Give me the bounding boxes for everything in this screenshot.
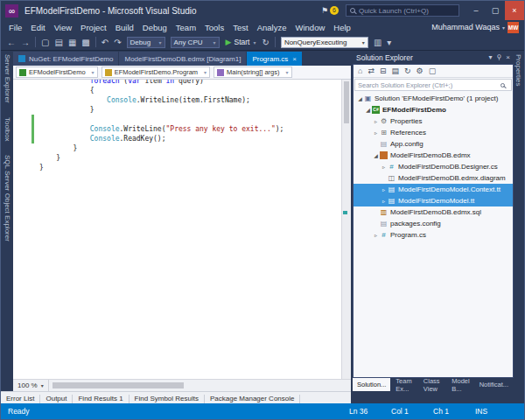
zoom-dropdown[interactable]: 100 % ▾ [13, 380, 49, 391]
code-line[interactable]: } [13, 144, 351, 153]
horizontal-scrollbar[interactable] [49, 380, 351, 391]
menu-edit[interactable]: Edit [26, 21, 49, 34]
tool-tab-server-explorer[interactable]: Server Explorer [4, 54, 11, 103]
forward-icon[interactable]: → [18, 38, 32, 47]
panel-tab-find-results-1[interactable]: Find Results 1 [73, 395, 129, 403]
menu-help[interactable]: Help [329, 21, 355, 34]
menu-team[interactable]: Team [172, 21, 200, 34]
chevron-down-icon[interactable]: ▾ [488, 53, 492, 61]
notification-count-badge[interactable]: 6 [330, 6, 339, 15]
sql-event-combo[interactable]: NonQueryExecuting▾ [281, 37, 368, 48]
home-icon[interactable]: ⌂ [358, 65, 362, 78]
switch-views-icon[interactable]: ⇄ [368, 65, 374, 78]
close-icon[interactable]: × [506, 53, 510, 61]
open-file-icon[interactable]: ▤ [52, 38, 65, 47]
redo-icon[interactable]: ↷ [111, 38, 123, 47]
tree-item[interactable]: ▹⊞References [354, 127, 513, 138]
code-line[interactable]: Console.WriteLine(item.FirstName); [13, 95, 351, 105]
vertical-scrollbar[interactable] [341, 80, 351, 379]
database-icon[interactable]: ▥ [371, 38, 384, 47]
code-line[interactable] [13, 115, 351, 124]
pin-icon[interactable]: ⚲ [496, 53, 501, 61]
scrollbar-thumb[interactable] [52, 382, 184, 388]
minimize-button[interactable]: ‒ [466, 1, 486, 20]
panel-tab[interactable]: Class View [419, 378, 446, 391]
tree-item[interactable]: ◢ModelFirstDemoDB.edmx [354, 150, 513, 161]
panel-tab[interactable]: Solution... [353, 378, 390, 391]
doc-tab[interactable]: NuGet: EFModelFirstDemo [13, 52, 118, 66]
tree-item[interactable]: ▤App.config [354, 138, 513, 150]
maximize-button[interactable]: ▢ [486, 1, 505, 20]
type-dropdown[interactable]: EFModelFirstDemo.Program ▾ [102, 66, 210, 78]
menu-window[interactable]: Window [290, 21, 329, 34]
tree-item[interactable]: ▹▤ModelFirstDemoModel.tt [354, 195, 513, 206]
code-line[interactable]: Console.WriteLine("Press any key to exit… [13, 124, 351, 134]
member-dropdown[interactable]: Main(string[] args) ▾ [214, 66, 291, 78]
expanded-arrow-icon[interactable]: ◢ [364, 107, 372, 113]
collapsed-arrow-icon[interactable]: ▹ [380, 198, 388, 204]
tree-item[interactable]: ▹#ModelFirstDemoDB.Designer.cs [354, 161, 513, 172]
toolbar-options-icon[interactable]: ▾ [384, 38, 394, 47]
collapsed-arrow-icon[interactable]: ▹ [380, 186, 388, 192]
scrollbar-thumb[interactable] [344, 81, 349, 123]
collapsed-arrow-icon[interactable]: ▹ [372, 232, 380, 238]
tree-item[interactable]: ◢C#EFModelFirstDemo [354, 104, 513, 116]
menu-build[interactable]: Build [111, 21, 138, 34]
tool-tab-toolbox[interactable]: Toolbox [4, 117, 11, 142]
save-icon[interactable]: ▦ [66, 38, 79, 47]
menu-tools[interactable]: Tools [200, 21, 228, 34]
save-all-icon[interactable]: ▩ [79, 38, 92, 47]
new-file-icon[interactable]: ▢ [38, 38, 52, 47]
tool-tab-sql-server-object-explorer[interactable]: SQL Server Object Explorer [4, 155, 11, 242]
panel-tab[interactable]: Model B... [447, 378, 473, 391]
avatar[interactable]: MW [508, 22, 519, 33]
collapsed-arrow-icon[interactable]: ▹ [372, 130, 380, 136]
tree-item[interactable]: ▤packages.config [354, 218, 513, 229]
project-dropdown[interactable]: EFModelFirstDemo ▾ [16, 66, 98, 78]
menu-test[interactable]: Test [228, 21, 252, 34]
code-line[interactable]: } [13, 105, 351, 115]
tree-item[interactable]: ▹⚙Properties [354, 116, 513, 127]
close-button[interactable]: × [505, 1, 524, 20]
code-line[interactable]: { [13, 86, 351, 95]
quick-launch-input[interactable]: Quick Launch (Ctrl+Q) [346, 4, 459, 17]
panel-tab-output[interactable]: Output [40, 395, 73, 403]
doc-tab[interactable]: Program.cs× [247, 52, 302, 66]
panel-tab-error-list[interactable]: Error List [1, 395, 40, 403]
properties-icon[interactable]: ⚙ [416, 65, 424, 78]
close-icon[interactable]: × [292, 55, 297, 63]
show-all-files-icon[interactable]: ▤ [392, 65, 400, 78]
tree-item[interactable]: ▹▤ModelFirstDemoModel.Context.tt [354, 184, 513, 195]
back-icon[interactable]: ← [4, 38, 18, 47]
menu-view[interactable]: View [50, 21, 76, 34]
panel-tab[interactable]: Notificat... [475, 378, 513, 391]
platform-combo[interactable]: Any CPU▾ [171, 37, 220, 48]
panel-tab-package-manager-console[interactable]: Package Manager Console [205, 395, 301, 403]
expanded-arrow-icon[interactable]: ◢ [372, 152, 380, 158]
collapsed-arrow-icon[interactable]: ▹ [372, 118, 380, 124]
notifications-flag-icon[interactable]: ⚑ [321, 6, 328, 15]
debug-history-icon[interactable]: ↻ [259, 38, 271, 47]
menu-project[interactable]: Project [76, 21, 111, 34]
start-button[interactable]: ▶Start▾ [226, 38, 256, 46]
tree-item[interactable]: ◢▣Solution 'EFModelFirstDemo' (1 project… [354, 93, 513, 104]
undo-icon[interactable]: ↶ [99, 38, 111, 47]
code-line[interactable]: } [13, 163, 351, 172]
tree-item[interactable]: ◫ModelFirstDemoDB.edmx.diagram [354, 172, 513, 184]
panel-tab-find-symbol-results[interactable]: Find Symbol Results [130, 395, 205, 403]
tool-tab-properties[interactable]: Properties [514, 54, 522, 86]
code-area[interactable]: foreach (var item in query) { Console.Wr… [13, 80, 351, 379]
code-line[interactable]: foreach (var item in query) [13, 80, 351, 86]
code-line[interactable]: } [13, 153, 351, 163]
tree-item[interactable]: ▥ModelFirstDemoDB.edmx.sql [354, 206, 513, 218]
solution-explorer-search-input[interactable]: Search Solution Explorer (Ctrl+;) [354, 79, 512, 91]
collapsed-arrow-icon[interactable]: ▹ [380, 164, 388, 170]
panel-tab[interactable]: Team Ex... [391, 378, 417, 391]
menu-file[interactable]: File [4, 21, 26, 34]
solution-explorer-header[interactable]: Solution Explorer ▾⚲× [353, 51, 514, 64]
collapse-all-icon[interactable]: ⊟ [380, 65, 387, 78]
tree-item[interactable]: ▹#Program.cs [354, 229, 513, 241]
user-name[interactable]: Muhammad Waqas [431, 23, 500, 32]
configuration-combo[interactable]: Debug▾ [127, 37, 165, 48]
menu-debug[interactable]: Debug [138, 21, 172, 34]
